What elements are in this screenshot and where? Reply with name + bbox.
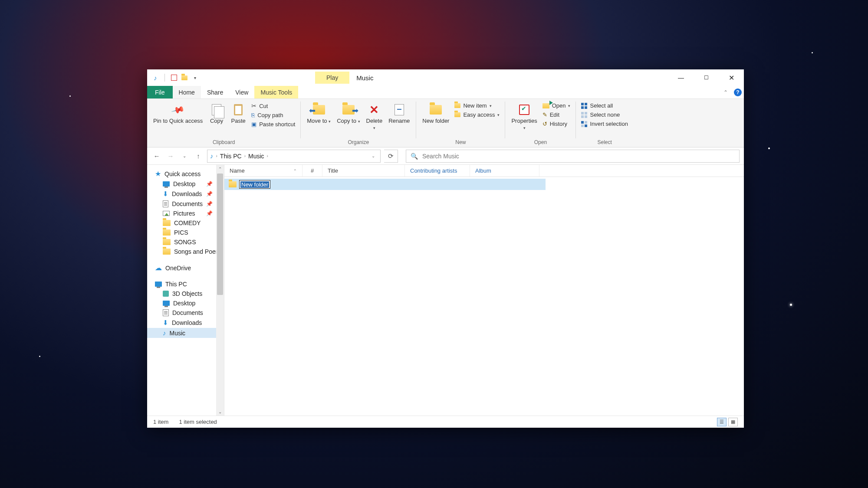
ribbon-group-new: New folder New item ▾ Easy access ▾ New — [416, 99, 505, 147]
select-all-button[interactable]: Select all — [579, 102, 629, 110]
select-none-button[interactable]: Select none — [579, 111, 629, 119]
close-button[interactable]: ✕ — [719, 69, 744, 86]
nav-songs-poems[interactable]: Songs and Poem — [147, 247, 224, 256]
select-all-icon — [581, 103, 587, 109]
scroll-up-button[interactable]: ⌃ — [216, 165, 224, 173]
explorer-body: ★Quick access Desktop📌 ⬇Downloads📌 Docum… — [147, 165, 744, 416]
arrow-left-icon: ⬅ — [309, 106, 316, 115]
titlebar: ♪ ▾ Play Music — ☐ ✕ — [147, 69, 744, 86]
column-title[interactable]: Title — [322, 165, 405, 177]
contextual-tab-header: Play Music — [315, 72, 373, 84]
nav-documents-2[interactable]: Documents — [147, 308, 224, 318]
help-button[interactable]: ? — [732, 86, 744, 98]
open-button[interactable]: Open ▾ — [541, 102, 572, 110]
details-view-button[interactable]: ☰ — [717, 418, 727, 426]
properties-qat-icon[interactable] — [170, 74, 178, 82]
folder-icon — [163, 239, 171, 245]
paste-shortcut-button[interactable]: ▣Paste shortcut — [250, 120, 297, 128]
music-icon: ♪ — [163, 329, 166, 337]
rename-button[interactable]: Rename — [386, 101, 412, 124]
downloads-icon: ⬇ — [163, 190, 168, 198]
play-contextual-tab[interactable]: Play — [315, 72, 349, 84]
move-to-button[interactable]: ⬅ Move to ▾ — [304, 101, 333, 124]
thumbnails-view-button[interactable]: ▦ — [728, 418, 738, 426]
up-button[interactable]: ↑ — [193, 151, 204, 161]
nav-music[interactable]: ♪Music — [147, 328, 224, 338]
nav-documents[interactable]: Documents📌 — [147, 199, 224, 209]
pin-icon: 📌 — [206, 201, 213, 207]
nav-pictures[interactable]: Pictures📌 — [147, 209, 224, 218]
back-button[interactable]: ← — [151, 151, 162, 161]
nav-desktop[interactable]: Desktop📌 — [147, 179, 224, 189]
invert-selection-button[interactable]: Invert selection — [579, 120, 629, 128]
copy-path-icon: ⎘ — [251, 112, 255, 118]
column-contributing-artists[interactable]: Contributing artists — [405, 165, 470, 177]
nav-songs[interactable]: SONGS — [147, 237, 224, 247]
tab-music-tools[interactable]: Music Tools — [254, 86, 298, 98]
nav-comedy[interactable]: COMEDY — [147, 218, 224, 228]
copy-path-button[interactable]: ⎘Copy path — [250, 111, 297, 119]
new-folder-button[interactable]: New folder — [420, 101, 452, 124]
select-none-icon — [581, 112, 587, 118]
collapse-ribbon-button[interactable]: ⌃ — [720, 86, 732, 98]
nav-desktop-2[interactable]: Desktop — [147, 298, 224, 308]
nav-quick-access[interactable]: ★Quick access — [147, 168, 224, 179]
address-dropdown-button[interactable]: ⌄ — [369, 154, 378, 158]
help-icon: ? — [734, 88, 742, 96]
scroll-thumb[interactable] — [217, 174, 223, 295]
tab-share[interactable]: Share — [201, 86, 229, 98]
tab-view[interactable]: View — [229, 86, 254, 98]
nav-pics[interactable]: PICS — [147, 228, 224, 237]
paste-button[interactable]: Paste — [228, 101, 249, 124]
pin-icon: 📌 — [171, 102, 185, 117]
tab-home[interactable]: Home — [173, 86, 201, 98]
copy-button[interactable]: Copy — [206, 101, 227, 124]
nav-this-pc[interactable]: This PC — [147, 279, 224, 289]
status-bar: 1 item 1 item selected ☰ ▦ — [147, 416, 744, 428]
sort-asc-icon: ⌃ — [293, 169, 297, 173]
maximize-button[interactable]: ☐ — [694, 69, 719, 86]
file-list[interactable]: New folder — [224, 177, 744, 416]
ribbon: 📌 Pin to Quick access Copy Paste ✂Cut ⎘C… — [147, 99, 744, 147]
nav-scrollbar[interactable]: ⌃ ⌄ — [216, 165, 224, 416]
qat-dropdown-icon[interactable]: ▾ — [191, 74, 199, 82]
column-album[interactable]: Album — [470, 165, 539, 177]
address-bar[interactable]: ♪ › This PC › Music › ⌄ — [207, 150, 381, 163]
tab-file[interactable]: File — [147, 86, 173, 98]
refresh-button[interactable]: ⟳ — [384, 150, 398, 163]
breadcrumb-this-pc[interactable]: This PC — [220, 153, 242, 160]
rename-input[interactable]: New folder — [239, 180, 270, 189]
cut-button[interactable]: ✂Cut — [250, 102, 297, 110]
nav-3d-objects[interactable]: 3D Objects — [147, 289, 224, 298]
copy-to-button[interactable]: ➡ Copy to ▾ — [334, 101, 362, 124]
file-row-new-folder[interactable]: New folder — [224, 179, 546, 190]
minimize-button[interactable]: — — [668, 69, 694, 86]
nav-downloads-2[interactable]: ⬇Downloads — [147, 318, 224, 328]
easy-access-button[interactable]: Easy access ▾ — [453, 111, 501, 119]
nav-downloads[interactable]: ⬇Downloads📌 — [147, 189, 224, 199]
forward-button[interactable]: → — [165, 151, 176, 161]
edit-button[interactable]: ✎Edit — [541, 111, 572, 119]
history-button[interactable]: ↺History — [541, 120, 572, 128]
separator — [164, 74, 165, 82]
status-item-count: 1 item — [153, 419, 168, 425]
column-number[interactable]: # — [302, 165, 322, 177]
delete-button[interactable]: ✕ Delete▾ — [364, 101, 385, 131]
search-input[interactable] — [422, 153, 735, 160]
pin-to-quick-access-button[interactable]: 📌 Pin to Quick access — [151, 101, 205, 124]
music-icon: ♪ — [151, 74, 159, 82]
new-item-button[interactable]: New item ▾ — [453, 102, 501, 110]
ribbon-group-select: Select all Select none Invert selection … — [576, 99, 633, 147]
recent-locations-button[interactable]: ⌄ — [179, 151, 190, 161]
scroll-down-button[interactable]: ⌄ — [216, 408, 224, 416]
breadcrumb-music[interactable]: Music — [248, 153, 264, 160]
search-box[interactable]: 🔍 — [406, 150, 740, 163]
nav-onedrive[interactable]: ☁OneDrive — [147, 262, 224, 273]
new-folder-qat-icon[interactable] — [181, 74, 188, 82]
group-label-clipboard: Clipboard — [151, 139, 297, 146]
edit-icon: ✎ — [542, 111, 547, 118]
properties-button[interactable]: Properties▾ — [509, 101, 539, 131]
column-name[interactable]: Name⌃ — [224, 165, 302, 177]
desktop-icon — [163, 181, 170, 187]
rename-input-text[interactable]: New folder — [240, 181, 269, 188]
